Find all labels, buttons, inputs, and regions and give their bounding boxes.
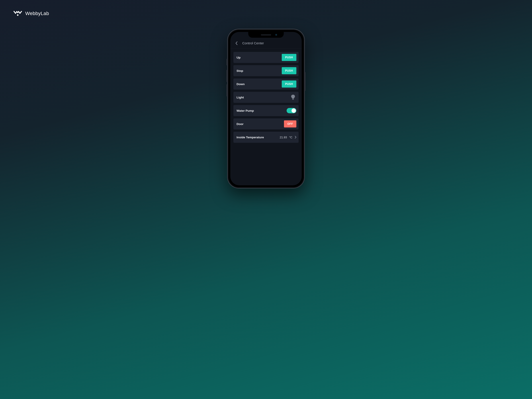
toggle-knob [291,108,296,113]
row-label: Inside Temperature [236,136,264,139]
phone-side-button [227,70,228,82]
row-label: Up [236,56,241,59]
chevron-right-icon [295,136,296,139]
chevron-left-icon [235,41,238,45]
row-label: Down [236,82,245,86]
row-up: Up PUSH [234,52,298,63]
control-rows: Up PUSH Stop PUSH Down PUSH Light [230,49,302,143]
phone-screen: Control Center Up PUSH Stop PUSH Down PU… [230,32,302,185]
row-water-pump: Water Pump [234,105,298,116]
temperature-value-group: 21.93 °C [280,136,296,139]
push-up-button[interactable]: PUSH [282,54,296,61]
lightbulb-icon [291,95,296,100]
row-down: Down PUSH [234,78,298,89]
temperature-unit: °C [289,136,292,139]
row-label: Stop [236,69,243,72]
back-button[interactable] [235,41,238,45]
row-label: Light [236,96,244,99]
svg-rect-0 [17,14,19,16]
door-off-button[interactable]: OFF [284,120,296,127]
brand-logo: WebbyLab [13,10,49,17]
temperature-value: 21.93 [280,136,287,139]
row-temperature[interactable]: Inside Temperature 21.93 °C [234,132,298,143]
phone-side-button [227,59,228,65]
row-light[interactable]: Light [234,92,298,103]
water-pump-toggle[interactable] [287,108,296,113]
phone-side-button [227,84,228,96]
phone-frame: Control Center Up PUSH Stop PUSH Down PU… [227,29,305,188]
webbylab-logo-icon [13,10,22,17]
row-door: Door OFF [234,118,298,129]
brand-name: WebbyLab [25,11,49,16]
page-title: Control Center [242,41,264,45]
phone-side-button [304,72,305,91]
row-label: Door [236,122,244,126]
row-stop: Stop PUSH [234,65,298,76]
svg-rect-2 [292,99,294,100]
push-stop-button[interactable]: PUSH [282,67,296,74]
svg-rect-1 [292,99,294,99]
push-down-button[interactable]: PUSH [282,81,296,88]
phone-notch [248,32,284,38]
row-label: Water Pump [236,109,254,112]
